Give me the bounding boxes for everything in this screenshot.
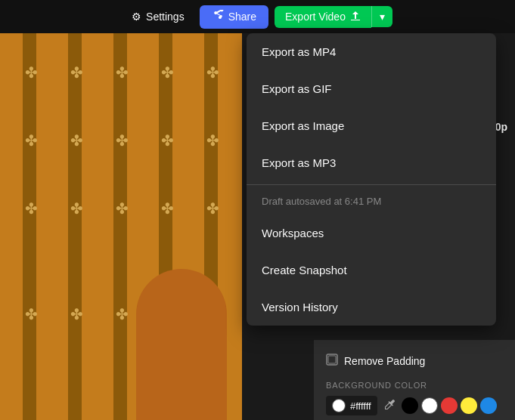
fleur-18: ✤ <box>116 305 129 323</box>
svg-rect-1 <box>328 356 336 363</box>
stripe-3 <box>113 33 127 420</box>
fleur-12: ✤ <box>70 199 83 218</box>
color-preview-circle <box>332 399 346 412</box>
share-button[interactable]: Share <box>200 5 268 29</box>
fleur-7: ✤ <box>70 131 83 150</box>
canvas-area: ✤ ✤ ✤ ✤ ✤ ✤ ✤ ✤ ✤ ✤ ✤ ✤ ✤ ✤ ✤ ✤ ✤ ✤ ✤ ✤ <box>0 33 242 420</box>
fleur-11: ✤ <box>25 199 38 218</box>
fleur-3: ✤ <box>116 63 129 82</box>
fleur-4: ✤ <box>161 63 174 82</box>
hex-value: #ffffff <box>350 400 371 412</box>
export-mp4-item[interactable]: Export as MP4 <box>247 33 496 70</box>
fleur-13: ✤ <box>116 199 129 218</box>
stripe-2 <box>68 33 82 420</box>
bg-color-row: #ffffff <box>326 396 503 415</box>
gear-icon: ⚙ <box>132 11 141 23</box>
color-picker-box[interactable]: #ffffff <box>326 396 377 415</box>
share-label: Share <box>228 11 256 23</box>
workspaces-item[interactable]: Workspaces <box>247 215 496 252</box>
dropdown-menu: Export as MP4 Export as GIF Export as Im… <box>247 33 496 326</box>
export-video-label: Export Video <box>285 11 346 23</box>
fleur-17: ✤ <box>70 305 83 323</box>
settings-button[interactable]: ⚙ Settings <box>123 6 194 27</box>
export-video-button[interactable]: Export Video <box>275 6 371 28</box>
share-icon <box>212 10 224 24</box>
export-mp3-item[interactable]: Export as MP3 <box>247 144 496 181</box>
menu-divider <box>247 184 496 185</box>
person-silhouette <box>136 269 227 420</box>
fleur-15: ✤ <box>206 199 219 218</box>
fleur-16: ✤ <box>25 305 38 323</box>
fleur-9: ✤ <box>161 131 174 150</box>
remove-padding-row[interactable]: Remove Padding <box>326 349 503 373</box>
fleur-1: ✤ <box>25 63 38 82</box>
swatch-black[interactable] <box>402 397 418 414</box>
fleur-6: ✤ <box>25 131 38 150</box>
fleur-5: ✤ <box>206 63 219 82</box>
export-dropdown-button[interactable]: ▾ <box>371 6 392 27</box>
export-image-item[interactable]: Export as Image <box>247 107 496 144</box>
export-gif-item[interactable]: Export as GIF <box>247 70 496 107</box>
right-panel: Remove Padding BACKGROUND COLOR #ffffff <box>314 340 515 420</box>
upload-icon <box>350 11 361 23</box>
export-video-group: Export Video ▾ <box>275 6 392 28</box>
swatch-yellow[interactable] <box>461 397 477 414</box>
canvas-pattern: ✤ ✤ ✤ ✤ ✤ ✤ ✤ ✤ ✤ ✤ ✤ ✤ ✤ ✤ ✤ ✤ ✤ ✤ ✤ ✤ <box>0 33 242 420</box>
swatch-white[interactable] <box>421 397 438 414</box>
swatch-red[interactable] <box>441 397 458 414</box>
color-swatches <box>402 397 497 414</box>
autosave-status: Draft autosaved at 6:41 PM <box>247 188 496 215</box>
chevron-down-icon: ▾ <box>380 11 385 23</box>
remove-padding-label: Remove Padding <box>344 355 425 367</box>
fleur-14: ✤ <box>161 199 174 218</box>
swatch-blue[interactable] <box>480 397 497 414</box>
top-bar: ⚙ Settings Share Export Video ▾ <box>0 0 515 33</box>
settings-label: Settings <box>146 11 185 23</box>
fleur-10: ✤ <box>206 131 219 150</box>
fleur-2: ✤ <box>70 63 83 82</box>
version-history-item[interactable]: Version History <box>247 289 496 326</box>
create-snapshot-item[interactable]: Create Snapshot <box>247 252 496 289</box>
fleur-8: ✤ <box>116 131 129 150</box>
stripe-1 <box>23 33 36 420</box>
remove-padding-icon <box>326 354 338 369</box>
bg-color-label: BACKGROUND COLOR <box>326 381 503 390</box>
eyedropper-icon[interactable] <box>383 399 396 413</box>
